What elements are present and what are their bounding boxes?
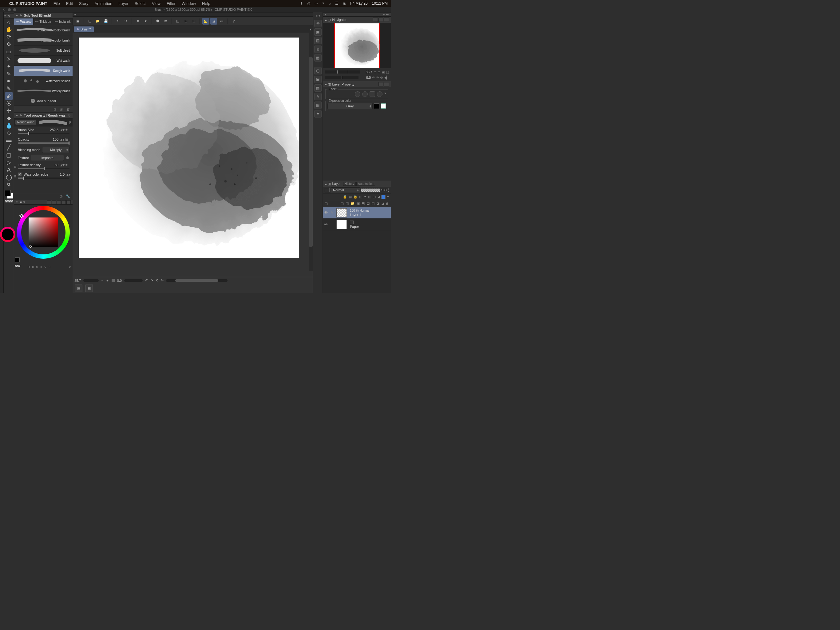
flip-icon[interactable]: ⇋ <box>161 279 164 282</box>
move-tool[interactable]: ✥ <box>5 41 13 48</box>
brush-round-watercolor[interactable]: Round watercolor brush <box>14 25 73 35</box>
nav-rot-slider[interactable] <box>325 76 358 79</box>
menu-story[interactable]: Story <box>79 1 88 6</box>
subtool-tab-watercolor[interactable]: 〰Waterco <box>14 19 33 25</box>
new-frame-icon[interactable]: ▣ <box>357 201 360 206</box>
layer-panel-header[interactable]: ≡ ◫ Layer History Auto Action <box>323 180 391 187</box>
layer-mask-icon[interactable]: ▢ <box>373 195 376 199</box>
brush-size-pressure-icon[interactable]: ◈ <box>65 128 69 131</box>
canvas-viewport[interactable] <box>73 33 313 277</box>
delete-layer-icon[interactable]: 🗑 <box>385 202 389 206</box>
layer-opacity-value[interactable]: 100 <box>381 188 387 192</box>
menu-view[interactable]: View <box>152 1 161 6</box>
toolprop-timer-icon[interactable]: ◷ <box>60 195 63 198</box>
sync-icon[interactable]: ◎ <box>307 1 310 6</box>
clipstudio-button[interactable]: ▣ <box>74 18 81 25</box>
expression-color-dropdown[interactable]: Gray▴▾ <box>327 103 373 109</box>
doc-menu-icon[interactable]: ≡ <box>74 13 76 16</box>
mask-apply-icon[interactable]: ◪ <box>376 201 379 206</box>
airbrush-tool[interactable]: ⦿ <box>5 100 13 107</box>
menu-edit[interactable]: Edit <box>66 1 73 6</box>
material2-icon[interactable]: ▤ <box>314 37 322 44</box>
color-wheel[interactable] <box>17 206 70 259</box>
new-raster-icon[interactable]: ▢ <box>341 201 344 206</box>
add-subtool-button[interactable]: + Add sub tool <box>14 96 73 106</box>
special-ruler-icon[interactable]: ◢ <box>210 18 217 25</box>
info-palette-icon[interactable]: ▣ <box>314 76 322 83</box>
snap-persp-icon[interactable]: ⊡ <box>190 18 197 25</box>
lprop-tab-2[interactable] <box>384 82 389 86</box>
transfer-icon[interactable]: ⬒ <box>362 201 365 206</box>
layer-ref-icon[interactable]: ✦ <box>364 195 366 199</box>
color-tab-4[interactable] <box>62 200 66 204</box>
tab-autoaction[interactable]: Auto Action <box>356 182 375 186</box>
layer-draft-icon[interactable]: ◫ <box>368 195 371 199</box>
watercolor-edge-checkbox[interactable]: ✓ <box>18 172 22 176</box>
menu-filter[interactable]: Filter <box>167 1 175 6</box>
frame-tool[interactable]: ▢ <box>5 151 13 159</box>
layer-thumbnail[interactable] <box>336 208 347 217</box>
material3-icon[interactable]: ⊠ <box>314 46 322 53</box>
operation-tool[interactable]: ▭ <box>5 48 13 55</box>
left-grip[interactable] <box>0 12 4 293</box>
tab-dropdown-icon[interactable]: ▾ <box>309 27 311 32</box>
new-subtool-icon[interactable]: ⊞ <box>60 107 63 111</box>
itemset-icon[interactable]: ▤ <box>314 84 322 92</box>
balloon-tool[interactable]: ◯ <box>5 174 13 181</box>
layer-palette-icon[interactable] <box>325 188 330 192</box>
brush-size-value[interactable]: 282.8 <box>50 128 58 131</box>
edge-value[interactable]: 1.0 <box>60 173 65 176</box>
nav-tab-1[interactable] <box>373 17 378 22</box>
marquee-tool[interactable]: ✳ <box>5 55 13 63</box>
pen-tool[interactable]: ✒ <box>5 78 13 85</box>
effect-tone-icon[interactable] <box>362 91 368 97</box>
transparent-color[interactable] <box>5 200 13 203</box>
eyedropper-tool[interactable]: ✎ <box>5 70 13 78</box>
timeline-toggle-icon[interactable]: ▤ <box>75 285 82 292</box>
layer-ruler-icon[interactable]: ◢ <box>377 195 380 199</box>
nav-zoom-in-icon[interactable]: ⊕ <box>377 70 381 74</box>
opacity-stepper[interactable]: ▴▾ <box>60 138 63 141</box>
expr-white-swatch[interactable] <box>381 103 386 109</box>
texture-delete-icon[interactable]: 🗑 <box>66 156 69 160</box>
toolprop-wrench-icon[interactable]: 🔧 <box>66 195 70 198</box>
brush-wet-wash[interactable]: Wet wash <box>14 56 73 66</box>
redo-icon[interactable]: ↷ <box>122 18 129 25</box>
brush-size-stepper[interactable]: ▴▾ <box>60 128 63 131</box>
ruler-new-icon[interactable]: ◢ <box>381 201 384 206</box>
brush-rough-wash[interactable]: Rough wash <box>14 66 73 76</box>
fill-icon[interactable]: ⬟ <box>154 18 161 25</box>
battery-icon[interactable]: ▭ <box>314 1 318 6</box>
merge-icon[interactable]: ⬓ <box>366 201 369 206</box>
expand-texdensity-icon[interactable]: ⊞ <box>14 165 17 168</box>
duplicate-subtool-icon[interactable]: ⎘ <box>54 107 56 111</box>
blending-mode-dropdown[interactable]: Multiply▴▾ <box>42 147 69 153</box>
nav-zoom-slider[interactable] <box>325 70 360 73</box>
delete-outside-icon[interactable]: ▾ <box>142 18 149 25</box>
rotate-reset-icon[interactable]: ⟲ <box>156 279 158 282</box>
lprop-tab-1[interactable] <box>379 82 384 86</box>
toolprop-panel-header[interactable]: ≡ ✎ Tool property [Rough was ♲ <box>14 112 73 119</box>
canvas-vertical-scrollbar[interactable] <box>309 33 313 271</box>
layer-lock-icon[interactable]: 🔓 <box>343 195 347 199</box>
texdensity-pressure-icon[interactable]: ◈ <box>65 163 69 167</box>
menu-help[interactable]: Help <box>202 1 210 6</box>
app-name[interactable]: CLIP STUDIO PAINT <box>9 1 47 6</box>
foreground-color[interactable] <box>5 190 11 196</box>
action-icon[interactable]: ✎ <box>314 93 322 100</box>
subtool-panel-header[interactable]: ≡ ✎ Sub Tool [Brush] <box>14 12 73 19</box>
zoom-out-icon[interactable]: − <box>101 279 103 282</box>
texdensity-value[interactable]: 50 <box>55 163 58 167</box>
snap-grid-icon[interactable]: ⊞ <box>182 18 189 25</box>
color-mini-swatch[interactable] <box>15 258 20 263</box>
material-icon[interactable]: ▣ <box>314 28 322 36</box>
mask-new-icon[interactable]: ◫ <box>371 201 374 206</box>
new-doc-icon[interactable]: ▢ <box>87 18 93 25</box>
subtool-tab-indiaink[interactable]: 〰India ink <box>53 19 73 25</box>
panel-menu-icon[interactable]: ≡ <box>16 114 18 117</box>
blend-tool[interactable]: 💧 <box>5 122 13 129</box>
effect-extract-icon[interactable] <box>369 91 375 97</box>
brush-tool[interactable]: 🖌 <box>5 92 13 100</box>
subtool-tab-thickpaint[interactable]: 〰Thick pa <box>33 19 53 25</box>
panel-menu-icon[interactable]: ≡ <box>16 14 18 17</box>
